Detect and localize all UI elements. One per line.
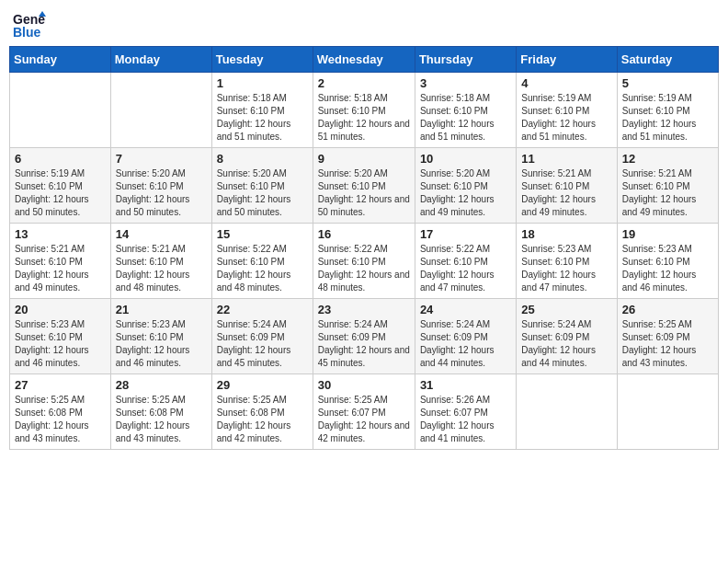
calendar-cell: 17Sunrise: 5:22 AMSunset: 6:10 PMDayligh… <box>415 224 516 299</box>
week-row-5: 27Sunrise: 5:25 AMSunset: 6:08 PMDayligh… <box>10 374 719 450</box>
week-row-3: 13Sunrise: 5:21 AMSunset: 6:10 PMDayligh… <box>10 224 719 299</box>
calendar-cell: 16Sunrise: 5:22 AMSunset: 6:10 PMDayligh… <box>313 224 415 299</box>
day-number: 16 <box>318 227 410 241</box>
calendar-cell: 6Sunrise: 5:19 AMSunset: 6:10 PMDaylight… <box>10 148 111 224</box>
svg-text:Blue: Blue <box>13 25 41 40</box>
calendar-cell: 24Sunrise: 5:24 AMSunset: 6:09 PMDayligh… <box>415 299 516 374</box>
calendar-cell <box>110 73 211 148</box>
day-number: 29 <box>217 378 308 392</box>
day-number: 3 <box>420 76 511 90</box>
day-number: 24 <box>420 303 511 316</box>
day-info: Sunrise: 5:22 AMSunset: 6:10 PMDaylight:… <box>217 243 308 294</box>
day-info: Sunrise: 5:24 AMSunset: 6:09 PMDaylight:… <box>420 318 511 370</box>
weekday-header-friday: Friday <box>517 47 617 73</box>
weekday-header-row: SundayMondayTuesdayWednesdayThursdayFrid… <box>10 47 719 73</box>
day-number: 22 <box>217 303 308 316</box>
day-info: Sunrise: 5:24 AMSunset: 6:09 PMDaylight:… <box>521 318 611 370</box>
calendar-cell: 1Sunrise: 5:18 AMSunset: 6:10 PMDaylight… <box>211 73 313 148</box>
day-info: Sunrise: 5:25 AMSunset: 6:07 PMDaylight:… <box>318 394 410 445</box>
calendar-cell: 20Sunrise: 5:23 AMSunset: 6:10 PMDayligh… <box>10 299 111 374</box>
day-info: Sunrise: 5:23 AMSunset: 6:10 PMDaylight:… <box>521 243 611 294</box>
day-number: 17 <box>420 227 511 241</box>
calendar-cell: 19Sunrise: 5:23 AMSunset: 6:10 PMDayligh… <box>617 224 718 299</box>
day-info: Sunrise: 5:20 AMSunset: 6:10 PMDaylight:… <box>116 167 207 219</box>
day-number: 10 <box>420 152 511 166</box>
calendar-cell: 23Sunrise: 5:24 AMSunset: 6:09 PMDayligh… <box>313 299 415 374</box>
calendar-cell: 4Sunrise: 5:19 AMSunset: 6:10 PMDaylight… <box>517 73 617 148</box>
weekday-header-monday: Monday <box>110 47 211 73</box>
calendar-cell: 29Sunrise: 5:25 AMSunset: 6:08 PMDayligh… <box>211 374 313 450</box>
calendar-cell: 26Sunrise: 5:25 AMSunset: 6:09 PMDayligh… <box>617 299 718 374</box>
day-number: 13 <box>15 227 106 241</box>
day-number: 25 <box>521 303 611 316</box>
calendar-cell <box>517 374 617 450</box>
day-number: 8 <box>217 152 308 166</box>
page-header: General Blue <box>9 9 719 42</box>
day-info: Sunrise: 5:18 AMSunset: 6:10 PMDaylight:… <box>217 92 308 144</box>
week-row-4: 20Sunrise: 5:23 AMSunset: 6:10 PMDayligh… <box>10 299 719 374</box>
day-info: Sunrise: 5:24 AMSunset: 6:09 PMDaylight:… <box>318 318 410 370</box>
day-number: 11 <box>521 152 611 166</box>
day-info: Sunrise: 5:23 AMSunset: 6:10 PMDaylight:… <box>116 318 207 370</box>
calendar-cell: 18Sunrise: 5:23 AMSunset: 6:10 PMDayligh… <box>517 224 617 299</box>
day-info: Sunrise: 5:21 AMSunset: 6:10 PMDaylight:… <box>15 243 106 294</box>
calendar-cell: 25Sunrise: 5:24 AMSunset: 6:09 PMDayligh… <box>517 299 617 374</box>
day-info: Sunrise: 5:24 AMSunset: 6:09 PMDaylight:… <box>217 318 308 370</box>
day-info: Sunrise: 5:21 AMSunset: 6:10 PMDaylight:… <box>521 167 611 219</box>
calendar-cell: 21Sunrise: 5:23 AMSunset: 6:10 PMDayligh… <box>110 299 211 374</box>
day-number: 30 <box>318 378 410 392</box>
day-info: Sunrise: 5:20 AMSunset: 6:10 PMDaylight:… <box>318 167 410 219</box>
weekday-header-tuesday: Tuesday <box>211 47 313 73</box>
day-number: 19 <box>622 227 713 241</box>
calendar-cell: 10Sunrise: 5:20 AMSunset: 6:10 PMDayligh… <box>415 148 516 224</box>
logo: General Blue <box>13 9 46 42</box>
day-number: 1 <box>217 76 308 90</box>
week-row-2: 6Sunrise: 5:19 AMSunset: 6:10 PMDaylight… <box>10 148 719 224</box>
calendar-cell: 28Sunrise: 5:25 AMSunset: 6:08 PMDayligh… <box>110 374 211 450</box>
calendar-cell <box>617 374 718 450</box>
day-number: 26 <box>622 303 713 316</box>
calendar-cell: 22Sunrise: 5:24 AMSunset: 6:09 PMDayligh… <box>211 299 313 374</box>
day-info: Sunrise: 5:18 AMSunset: 6:10 PMDaylight:… <box>318 92 410 144</box>
day-info: Sunrise: 5:19 AMSunset: 6:10 PMDaylight:… <box>15 167 106 219</box>
day-info: Sunrise: 5:25 AMSunset: 6:08 PMDaylight:… <box>116 394 207 445</box>
week-row-1: 1Sunrise: 5:18 AMSunset: 6:10 PMDaylight… <box>10 73 719 148</box>
day-info: Sunrise: 5:25 AMSunset: 6:08 PMDaylight:… <box>15 394 106 445</box>
day-info: Sunrise: 5:20 AMSunset: 6:10 PMDaylight:… <box>217 167 308 219</box>
day-info: Sunrise: 5:23 AMSunset: 6:10 PMDaylight:… <box>622 243 713 294</box>
day-info: Sunrise: 5:20 AMSunset: 6:10 PMDaylight:… <box>420 167 511 219</box>
day-number: 31 <box>420 378 511 392</box>
day-number: 9 <box>318 152 410 166</box>
day-number: 12 <box>622 152 713 166</box>
day-number: 20 <box>15 303 106 316</box>
day-info: Sunrise: 5:19 AMSunset: 6:10 PMDaylight:… <box>521 92 611 144</box>
calendar-cell: 8Sunrise: 5:20 AMSunset: 6:10 PMDaylight… <box>211 148 313 224</box>
day-info: Sunrise: 5:21 AMSunset: 6:10 PMDaylight:… <box>116 243 207 294</box>
weekday-header-wednesday: Wednesday <box>313 47 415 73</box>
day-number: 27 <box>15 378 106 392</box>
weekday-header-sunday: Sunday <box>10 47 111 73</box>
calendar-cell: 7Sunrise: 5:20 AMSunset: 6:10 PMDaylight… <box>110 148 211 224</box>
calendar-cell <box>10 73 111 148</box>
day-info: Sunrise: 5:21 AMSunset: 6:10 PMDaylight:… <box>622 167 713 219</box>
day-info: Sunrise: 5:18 AMSunset: 6:10 PMDaylight:… <box>420 92 511 144</box>
day-info: Sunrise: 5:25 AMSunset: 6:08 PMDaylight:… <box>217 394 308 445</box>
day-number: 21 <box>116 303 207 316</box>
day-info: Sunrise: 5:26 AMSunset: 6:07 PMDaylight:… <box>420 394 511 445</box>
day-info: Sunrise: 5:25 AMSunset: 6:09 PMDaylight:… <box>622 318 713 370</box>
day-number: 15 <box>217 227 308 241</box>
calendar-cell: 11Sunrise: 5:21 AMSunset: 6:10 PMDayligh… <box>517 148 617 224</box>
calendar-cell: 9Sunrise: 5:20 AMSunset: 6:10 PMDaylight… <box>313 148 415 224</box>
calendar-cell: 2Sunrise: 5:18 AMSunset: 6:10 PMDaylight… <box>313 73 415 148</box>
day-number: 4 <box>521 76 611 90</box>
calendar-cell: 13Sunrise: 5:21 AMSunset: 6:10 PMDayligh… <box>10 224 111 299</box>
logo-icon: General Blue <box>13 9 46 42</box>
weekday-header-saturday: Saturday <box>617 47 718 73</box>
calendar-cell: 31Sunrise: 5:26 AMSunset: 6:07 PMDayligh… <box>415 374 516 450</box>
day-number: 6 <box>15 152 106 166</box>
weekday-header-thursday: Thursday <box>415 47 516 73</box>
calendar-cell: 12Sunrise: 5:21 AMSunset: 6:10 PMDayligh… <box>617 148 718 224</box>
day-number: 23 <box>318 303 410 316</box>
day-number: 18 <box>521 227 611 241</box>
calendar-cell: 3Sunrise: 5:18 AMSunset: 6:10 PMDaylight… <box>415 73 516 148</box>
